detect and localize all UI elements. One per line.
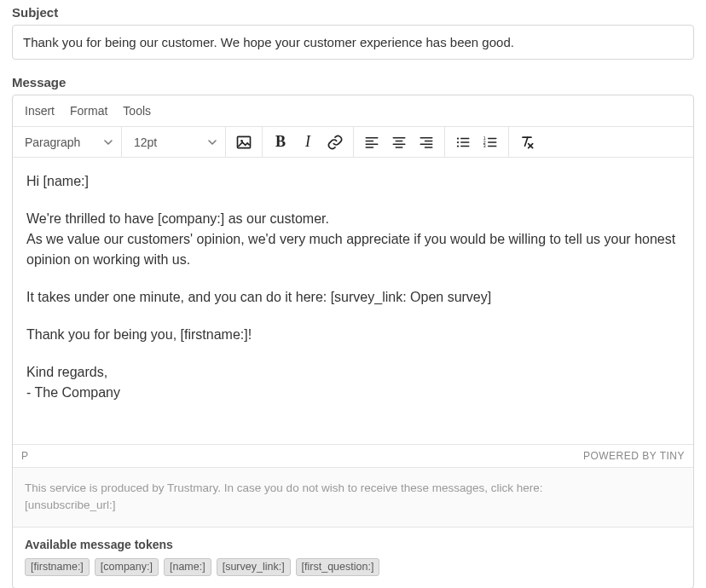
chevron-down-icon <box>208 138 217 147</box>
editor-toolbar: Paragraph 12pt B I <box>13 127 693 158</box>
font-size-value: 12pt <box>134 135 157 149</box>
body-line-2: As we value our customers' opinion, we'd… <box>26 229 680 270</box>
insert-image-button[interactable] <box>231 130 257 155</box>
bold-button[interactable]: B <box>268 130 293 155</box>
token-chip[interactable]: [company:] <box>95 558 159 576</box>
message-label: Message <box>12 75 694 89</box>
numbered-list-button[interactable]: 123 <box>477 130 503 155</box>
body-line-1: We're thrilled to have [company:] as our… <box>26 209 680 229</box>
tokens-title: Available message tokens <box>25 538 681 551</box>
token-chip[interactable]: [first_question:] <box>296 558 380 576</box>
statusbar-element-path[interactable]: P <box>21 450 28 462</box>
svg-point-18 <box>457 145 459 147</box>
svg-point-16 <box>457 141 459 142</box>
font-size-dropdown[interactable]: 12pt <box>122 127 226 158</box>
italic-button[interactable]: I <box>295 130 321 155</box>
body-line-4: Thank you for being you, [firstname:]! <box>26 325 680 345</box>
block-format-value: Paragraph <box>25 135 80 149</box>
tokens-row: [firstname:] [company:] [name:] [survey_… <box>25 558 681 576</box>
svg-text:3: 3 <box>483 143 486 148</box>
statusbar-branding[interactable]: POWERED BY TINY <box>583 450 685 462</box>
body-line-3: It takes under one minute, and you can d… <box>26 287 680 308</box>
menu-insert[interactable]: Insert <box>25 104 55 118</box>
svg-point-14 <box>457 137 459 139</box>
unsubscribe-disclaimer: This service is produced by Trustmary. I… <box>13 467 693 527</box>
menu-tools[interactable]: Tools <box>123 104 151 118</box>
editor-statusbar: P POWERED BY TINY <box>13 444 693 467</box>
bullet-list-button[interactable] <box>450 130 476 155</box>
token-chip[interactable]: [survey_link:] <box>217 558 291 576</box>
align-center-button[interactable] <box>386 130 412 155</box>
body-signoff-2: - The Company <box>26 383 680 403</box>
editor-content[interactable]: Hi [name:] We're thrilled to have [compa… <box>13 158 693 444</box>
clear-formatting-button[interactable] <box>514 130 540 155</box>
disclaimer-unsubscribe-token: [unsubscribe_url:] <box>25 497 681 514</box>
subject-label: Subject <box>12 5 694 20</box>
editor-menubar: Insert Format Tools <box>13 95 693 127</box>
body-signoff-1: Kind regards, <box>26 362 680 383</box>
disclaimer-text: This service is produced by Trustmary. I… <box>25 480 681 497</box>
body-greeting: Hi [name:] <box>26 171 680 192</box>
token-chip[interactable]: [name:] <box>164 558 211 576</box>
menu-format[interactable]: Format <box>70 104 107 118</box>
rich-text-editor: Insert Format Tools Paragraph 12pt <box>12 95 694 588</box>
subject-input[interactable] <box>12 25 694 60</box>
token-chip[interactable]: [firstname:] <box>25 558 90 576</box>
align-right-button[interactable] <box>414 130 439 155</box>
align-left-button[interactable] <box>359 130 385 155</box>
chevron-down-icon <box>104 138 113 147</box>
link-button[interactable] <box>322 130 348 155</box>
tokens-section: Available message tokens [firstname:] [c… <box>13 527 693 588</box>
block-format-dropdown[interactable]: Paragraph <box>13 127 122 158</box>
